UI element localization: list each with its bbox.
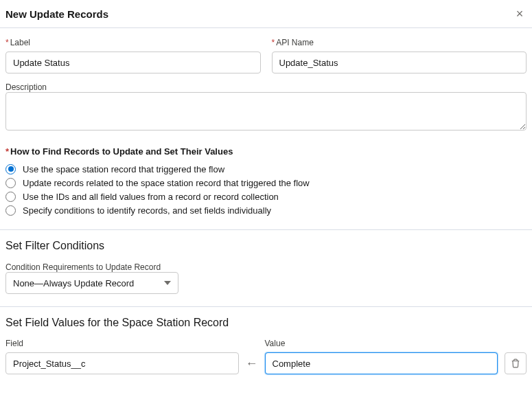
condition-requirements-value: None—Always Update Record: [13, 278, 134, 288]
field-input[interactable]: [5, 352, 239, 374]
radio-label: Use the space station record that trigge…: [23, 164, 224, 174]
chevron-down-icon: [164, 281, 171, 285]
radio-option-2[interactable]: Use the IDs and all field values from a …: [5, 190, 527, 203]
radio-icon: [5, 192, 16, 202]
api-name-input[interactable]: [272, 52, 527, 73]
radio-icon: [5, 205, 16, 216]
condition-requirements-label: Condition Requirements to Update Record: [5, 262, 161, 272]
label-field-label: Label: [5, 38, 261, 47]
label-input[interactable]: [5, 52, 261, 73]
close-icon: ×: [516, 8, 524, 20]
description-input[interactable]: [5, 92, 527, 131]
set-values-heading: Set Field Values for the Space Station R…: [5, 317, 527, 329]
field-column-label: Field: [5, 339, 239, 348]
condition-requirements-select[interactable]: None—Always Update Record: [5, 272, 178, 294]
dialog-title: New Update Records: [5, 8, 108, 20]
assignment-arrow-icon: ←: [246, 352, 258, 374]
radio-option-0[interactable]: Use the space station record that trigge…: [5, 162, 527, 176]
value-column-label: Value: [265, 339, 498, 348]
value-input[interactable]: [265, 352, 498, 374]
radio-icon: [5, 178, 16, 188]
description-label: Description: [5, 82, 47, 92]
radio-label: Specify conditions to identify records, …: [23, 205, 271, 216]
filter-heading: Set Filter Conditions: [5, 240, 527, 252]
radio-option-3[interactable]: Specify conditions to identify records, …: [5, 203, 527, 217]
radio-label: Update records related to the space stat…: [23, 178, 310, 188]
radio-icon: [5, 164, 16, 174]
delete-row-button[interactable]: [505, 352, 527, 374]
radio-label: Use the IDs and all field values from a …: [23, 192, 279, 202]
close-button[interactable]: ×: [513, 7, 527, 21]
trash-icon: [511, 359, 520, 368]
api-name-label: API Name: [272, 38, 527, 47]
radio-option-1[interactable]: Update records related to the space stat…: [5, 176, 527, 190]
find-records-legend: How to Find Records to Update and Set Th…: [5, 146, 527, 157]
